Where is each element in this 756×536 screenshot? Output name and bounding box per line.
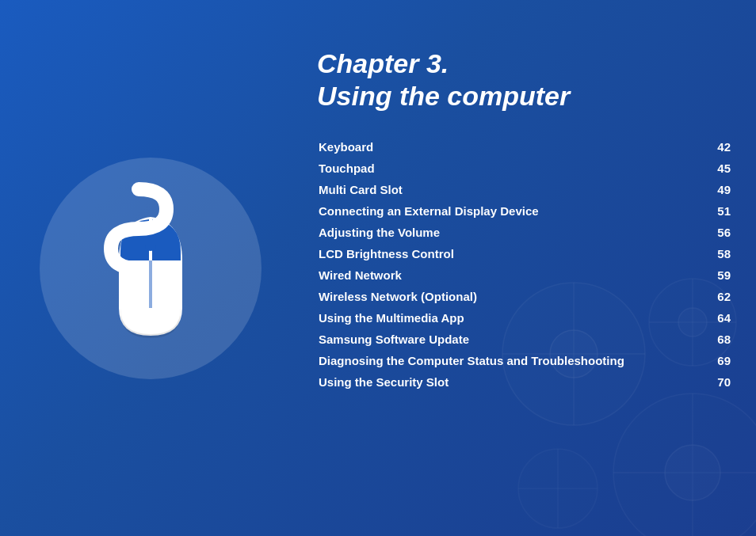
svg-point-11 [665,445,720,500]
toc-label: Adjusting the Volume [317,222,693,243]
toc-page-number: 42 [693,136,732,158]
toc-label: Wireless Network (Optional) [317,286,693,307]
toc-row[interactable]: Samsung Software Update68 [317,329,732,350]
toc-page-number: 69 [693,350,732,371]
chapter-line1: Chapter 3. [317,48,732,80]
toc-label: Using the Multimedia App [317,307,693,329]
toc-row[interactable]: Using the Multimedia App64 [317,307,732,329]
toc-label: Wired Network [317,264,693,286]
toc-row[interactable]: Diagnosing the Computer Status and Troub… [317,350,732,371]
chapter-line2: Using the computer [317,80,732,112]
chapter-title: Chapter 3. Using the computer [317,48,732,112]
toc-table: Keyboard42Touchpad45Multi Card Slot49Con… [317,136,732,393]
mouse-icon [71,181,230,355]
toc-page-number: 62 [693,286,732,307]
toc-label: Touchpad [317,158,693,179]
toc-label: Diagnosing the Computer Status and Troub… [317,350,693,371]
toc-row[interactable]: LCD Brightness Control58 [317,243,732,264]
toc-page-number: 49 [693,179,732,200]
toc-page-number: 68 [693,329,732,350]
svg-rect-16 [149,260,152,308]
toc-page-number: 64 [693,307,732,329]
toc-row[interactable]: Wired Network59 [317,264,732,286]
toc-page-number: 45 [693,158,732,179]
toc-row[interactable]: Using the Security Slot70 [317,371,732,393]
toc-label: Samsung Software Update [317,329,693,350]
toc-page-number: 59 [693,264,732,286]
toc-page-number: 70 [693,371,732,393]
toc-label: Keyboard [317,136,693,158]
toc-page-number: 56 [693,222,732,243]
mouse-icon-container [32,142,269,395]
toc-row[interactable]: Multi Card Slot49 [317,179,732,200]
toc-row[interactable]: Keyboard42 [317,136,732,158]
toc-row[interactable]: Connecting an External Display Device51 [317,200,732,222]
toc-label: Using the Security Slot [317,371,693,393]
toc-page-number: 58 [693,243,732,264]
toc-row[interactable]: Adjusting the Volume56 [317,222,732,243]
toc-row[interactable]: Touchpad45 [317,158,732,179]
toc-page-number: 51 [693,200,732,222]
toc-label: LCD Brightness Control [317,243,693,264]
toc-label: Multi Card Slot [317,179,693,200]
content-area: Chapter 3. Using the computer Keyboard42… [317,48,732,393]
toc-label: Connecting an External Display Device [317,200,693,222]
toc-row[interactable]: Wireless Network (Optional)62 [317,286,732,307]
